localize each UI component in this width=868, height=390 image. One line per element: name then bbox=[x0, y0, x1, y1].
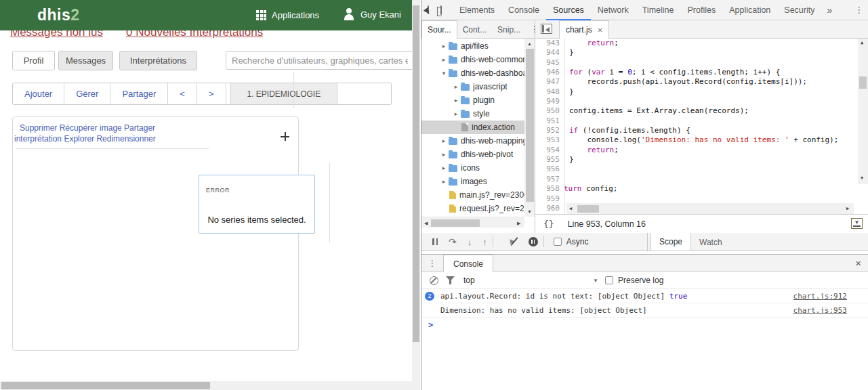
scrollbar-thumb[interactable] bbox=[577, 205, 599, 213]
tree-item-style[interactable]: ▸style bbox=[421, 107, 524, 121]
tab-interpretations[interactable]: Interprétations bbox=[119, 51, 197, 70]
tree-item-icons[interactable]: ▸icons bbox=[421, 161, 524, 175]
scroll-up-arrow[interactable]: ▲ bbox=[861, 41, 863, 45]
line-number[interactable]: 956 bbox=[535, 165, 564, 174]
chevron-right-icon[interactable]: ▸ bbox=[439, 56, 449, 63]
chevron-right-icon[interactable]: ▸ bbox=[439, 165, 449, 171]
line-number[interactable]: 953 bbox=[535, 135, 564, 145]
toolbar-button-4[interactable]: > bbox=[197, 83, 226, 104]
chevron-down-icon[interactable]: ▾ bbox=[439, 70, 449, 77]
more-tabs-icon[interactable]: » bbox=[821, 5, 838, 16]
devtools-tab-elements[interactable]: Elements bbox=[453, 0, 501, 20]
applications-menu[interactable]: Applications bbox=[256, 10, 319, 20]
line-number[interactable]: 951 bbox=[535, 116, 564, 126]
context-dropdown-arrow[interactable]: ▼ bbox=[593, 278, 598, 284]
tree-item-main-js-rev-23062[interactable]: main.js?_rev=23062 bbox=[421, 188, 524, 202]
line-number[interactable]: 952 bbox=[535, 126, 564, 135]
toolbar-button-3[interactable]: < bbox=[168, 83, 197, 104]
tree-item-plugin[interactable]: ▸plugin bbox=[421, 93, 524, 107]
tree-item-dhis-web-mapping[interactable]: ▸dhis-web-mapping bbox=[421, 134, 524, 148]
navigator-tab-0[interactable]: Sour... bbox=[421, 20, 457, 39]
devtools-menu-icon[interactable]: ⋮ bbox=[848, 5, 868, 15]
source-location-link[interactable]: chart.js:953 bbox=[793, 306, 847, 315]
code-area[interactable]: return;}for (var i = 0; i < config.items… bbox=[569, 39, 861, 214]
show-navigator-icon[interactable] bbox=[541, 24, 552, 34]
dashboard-tab-epidemiologie[interactable]: 1. EPIDEMIOLOGIE bbox=[230, 83, 338, 104]
line-number[interactable]: 959 bbox=[535, 194, 564, 204]
line-number[interactable]: 954 bbox=[535, 146, 564, 155]
line-number[interactable]: 946 bbox=[535, 68, 564, 77]
device-toolbar-icon[interactable] bbox=[440, 5, 442, 15]
chevron-right-icon[interactable]: ▸ bbox=[451, 110, 461, 117]
console-prompt[interactable]: > bbox=[428, 320, 433, 330]
editor-horizontal-scrollbar[interactable]: ◀ ▶ bbox=[566, 203, 854, 214]
drawer-menu-icon[interactable]: ⋮ bbox=[421, 255, 443, 272]
filter-icon[interactable] bbox=[446, 276, 455, 284]
page-horizontal-scrollbar[interactable] bbox=[0, 381, 412, 390]
editor-vertical-scrollbar[interactable]: ▲ ▼ bbox=[858, 39, 868, 184]
scroll-left-arrow[interactable]: ◀ bbox=[424, 221, 428, 225]
tree-item-dhis-web-common[interactable]: ▸dhis-web-common bbox=[421, 53, 524, 66]
tab-profil[interactable]: Profil bbox=[12, 51, 55, 70]
line-number[interactable]: 949 bbox=[535, 97, 564, 106]
tree-item-images[interactable]: ▸images bbox=[421, 175, 524, 188]
devtools-tab-network[interactable]: Network bbox=[591, 0, 636, 20]
scroll-down-arrow[interactable]: ▼ bbox=[527, 209, 532, 214]
line-number[interactable]: 947 bbox=[535, 77, 564, 87]
scrollbar-thumb[interactable] bbox=[859, 77, 867, 89]
scrollbar-thumb[interactable] bbox=[413, 5, 419, 342]
tree-item-dhis-web-dashboa[interactable]: ▾dhis-web-dashboa bbox=[421, 66, 524, 80]
chevron-right-icon[interactable]: ▸ bbox=[439, 43, 449, 49]
clear-console-icon[interactable] bbox=[430, 276, 438, 285]
tree-item-index-action[interactable]: index.action bbox=[421, 121, 524, 134]
dhis2-logo[interactable]: dhis2 bbox=[37, 6, 80, 24]
devtools-tab-security[interactable]: Security bbox=[777, 0, 821, 20]
tree-item-api-files[interactable]: ▸api/files bbox=[421, 39, 524, 53]
scroll-up-arrow[interactable]: ▲ bbox=[527, 41, 532, 46]
drawer-toggle-icon[interactable] bbox=[851, 218, 863, 229]
move-icon[interactable] bbox=[281, 132, 289, 141]
line-number[interactable]: 958 bbox=[535, 184, 564, 194]
scroll-left-arrow[interactable]: ◀ bbox=[569, 207, 572, 211]
widget-action-links[interactable]: Supprimer Récupérer image Partager inter… bbox=[14, 123, 190, 144]
navigator-tab-1[interactable]: Cont... bbox=[457, 20, 492, 39]
pause-script-icon[interactable] bbox=[432, 238, 438, 245]
toolbar-button-0[interactable]: Ajouter bbox=[13, 83, 64, 104]
scroll-down-arrow[interactable]: ▼ bbox=[861, 176, 863, 181]
inspect-element-icon[interactable] bbox=[428, 5, 429, 14]
scrollbar-thumb[interactable] bbox=[526, 49, 534, 202]
navigator-vertical-scrollbar[interactable]: ▲ ▼ bbox=[524, 39, 535, 217]
line-number[interactable]: 960 bbox=[535, 204, 564, 213]
tree-item-dhis-web-pivot[interactable]: ▸dhis-web-pivot bbox=[421, 148, 524, 161]
line-number[interactable]: 944 bbox=[535, 48, 564, 58]
search-input[interactable] bbox=[226, 51, 414, 70]
navigator-tab-2[interactable]: Snip... bbox=[492, 20, 526, 39]
toolbar-button-2[interactable]: Partager bbox=[110, 83, 168, 104]
tab-console[interactable]: Console bbox=[443, 255, 493, 272]
user-menu[interactable]: Guy Ekani bbox=[343, 7, 401, 21]
line-number[interactable]: 945 bbox=[535, 58, 564, 68]
tab-scope[interactable]: Scope bbox=[650, 233, 691, 251]
line-number[interactable]: 957 bbox=[535, 175, 564, 184]
close-drawer-icon[interactable]: × bbox=[855, 257, 861, 269]
line-number[interactable]: 948 bbox=[535, 87, 564, 97]
pause-on-exceptions-icon[interactable] bbox=[529, 237, 538, 246]
chevron-right-icon[interactable]: ▸ bbox=[439, 178, 449, 185]
chevron-right-icon[interactable]: ▸ bbox=[439, 137, 449, 144]
tree-item-request-js-rev-230[interactable]: request.js?_rev=230 bbox=[421, 202, 524, 215]
source-location-link[interactable]: chart.js:912 bbox=[793, 292, 847, 301]
pretty-print-icon[interactable]: {} bbox=[543, 219, 554, 229]
chevron-right-icon[interactable]: ▸ bbox=[451, 83, 461, 90]
line-number[interactable]: 955 bbox=[535, 155, 564, 165]
async-checkbox[interactable] bbox=[554, 238, 562, 246]
line-number-gutter[interactable]: 9439449459469479489499509519529539549559… bbox=[535, 39, 565, 214]
close-tab-icon[interactable]: × bbox=[598, 25, 603, 35]
line-number[interactable]: 943 bbox=[535, 39, 564, 48]
tree-item-javascript[interactable]: ▸javascript bbox=[421, 80, 524, 93]
devtools-tab-timeline[interactable]: Timeline bbox=[636, 0, 681, 20]
line-number[interactable]: 950 bbox=[535, 106, 564, 116]
code-editor[interactable]: 9439449459469479489499509519529539549559… bbox=[535, 39, 868, 214]
step-into-icon[interactable]: ↓ bbox=[468, 237, 472, 247]
scroll-right-arrow[interactable]: ▶ bbox=[846, 207, 849, 211]
devtools-tab-application[interactable]: Application bbox=[722, 0, 777, 20]
